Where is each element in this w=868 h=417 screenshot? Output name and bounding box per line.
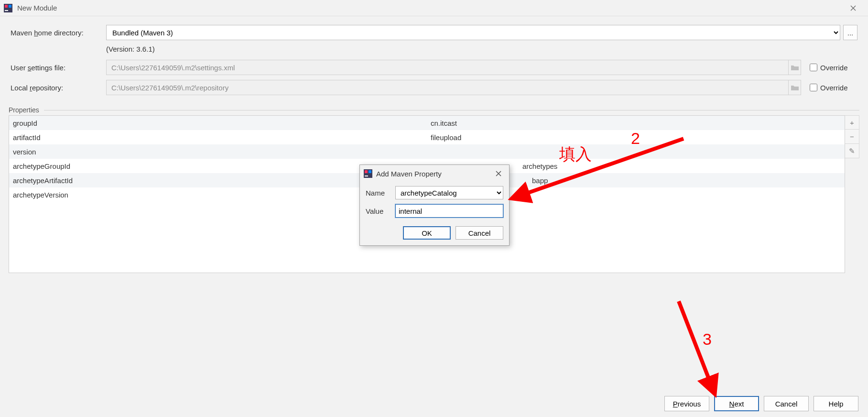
user-settings-label: User settings file: xyxy=(11,64,106,72)
prop-key: version xyxy=(9,148,427,156)
cancel-button[interactable]: Cancel xyxy=(764,396,809,411)
prop-value: fileupload xyxy=(427,133,845,142)
dialog-ok-button[interactable]: OK xyxy=(403,226,451,240)
local-repo-field: C:\Users\2276149059\.m2\repository xyxy=(106,80,789,95)
window-title: New Module xyxy=(17,4,57,12)
maven-home-select[interactable]: Bundled (Maven 3) xyxy=(106,25,840,40)
table-row[interactable]: groupId cn.itcast xyxy=(9,116,845,130)
dialog-close-button[interactable] xyxy=(492,167,505,180)
remove-property-button[interactable]: − xyxy=(845,130,859,144)
dialog-cancel-button[interactable]: Cancel xyxy=(456,226,503,240)
dialog-name-label: Name xyxy=(366,189,395,197)
intellij-icon xyxy=(364,169,372,178)
help-button[interactable]: Help xyxy=(814,396,858,411)
divider xyxy=(44,110,859,110)
dialog-value-label: Value xyxy=(366,207,395,215)
maven-home-label: Maven home directory: xyxy=(11,29,106,37)
folder-icon xyxy=(789,60,801,75)
local-repo-override[interactable]: Override xyxy=(810,84,857,92)
svg-rect-5 xyxy=(365,170,368,173)
dialog-title: Add Maven Property xyxy=(376,170,442,178)
table-row[interactable]: artifactId fileupload xyxy=(9,130,845,144)
local-repo-row: Local repository: C:\Users\2276149059\.m… xyxy=(11,80,857,95)
prop-value: cn.itcast xyxy=(427,119,845,127)
svg-line-9 xyxy=(679,301,712,387)
svg-rect-1 xyxy=(5,5,8,8)
dialog-titlebar: Add Maven Property xyxy=(360,165,509,182)
next-button[interactable]: Next xyxy=(714,396,759,411)
maven-home-row: Maven home directory: Bundled (Maven 3) … xyxy=(11,25,857,40)
wizard-footer: Previous Next Cancel Help xyxy=(0,390,868,417)
folder-icon xyxy=(789,80,801,95)
maven-version-hint: (Version: 3.6.1) xyxy=(106,45,857,53)
prop-key: artifactId xyxy=(9,133,427,142)
dialog-value-row: Value xyxy=(366,204,503,218)
previous-button[interactable]: Previous xyxy=(664,396,709,411)
local-repo-override-checkbox[interactable] xyxy=(810,84,817,91)
svg-rect-7 xyxy=(365,176,368,176)
dialog-name-row: Name archetypeCatalog xyxy=(366,186,503,199)
prop-key: groupId xyxy=(9,119,427,127)
user-settings-override-checkbox[interactable] xyxy=(810,64,817,71)
user-settings-row: User settings file: C:\Users\2276149059\… xyxy=(11,60,857,75)
intellij-icon xyxy=(4,4,12,12)
svg-rect-6 xyxy=(369,170,371,173)
window-close-button[interactable] xyxy=(842,1,864,15)
properties-header: Properties xyxy=(9,106,859,114)
properties-toolbar: + − ✎ xyxy=(845,115,859,273)
table-row[interactable]: version xyxy=(9,144,845,159)
add-property-button[interactable]: + xyxy=(845,115,859,130)
svg-rect-2 xyxy=(9,5,11,8)
dialog-value-input[interactable] xyxy=(395,204,503,218)
titlebar: New Module xyxy=(0,0,868,16)
properties-label: Properties xyxy=(9,106,44,114)
svg-rect-3 xyxy=(5,10,8,11)
user-settings-field: C:\Users\2276149059\.m2\settings.xml xyxy=(106,60,789,75)
dialog-name-select[interactable]: archetypeCatalog xyxy=(395,186,503,199)
form-area: Maven home directory: Bundled (Maven 3) … xyxy=(0,16,868,103)
annotation-step-3: 3 xyxy=(703,330,712,349)
edit-property-button[interactable]: ✎ xyxy=(845,144,859,158)
local-repo-label: Local repository: xyxy=(11,84,106,92)
add-maven-property-dialog: Add Maven Property Name archetypeCatalog… xyxy=(359,165,510,246)
maven-home-browse-button[interactable]: ... xyxy=(843,25,857,40)
user-settings-override[interactable]: Override xyxy=(810,64,857,72)
